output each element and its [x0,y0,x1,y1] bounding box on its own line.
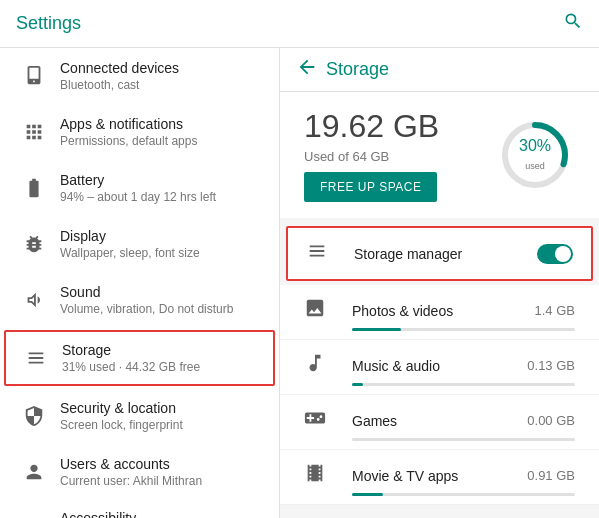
storage-used-gb: 19.62 GB [304,108,439,145]
battery-text: Battery 94% – about 1 day 12 hrs left [52,172,263,204]
apps-notifications-text: Apps & notifications Permissions, defaul… [52,116,263,148]
display-icon [16,233,52,255]
storage-manager-row[interactable]: Storage manager [286,226,593,281]
users-accounts-text: Users & accounts Current user: Akhil Mit… [52,456,263,488]
music-audio-row[interactable]: Music & audio 0.13 GB [280,340,599,395]
storage-circle: 30% used [495,115,575,195]
header-icons [563,11,583,36]
sidebar-item-users-accounts[interactable]: Users & accounts Current user: Akhil Mit… [0,444,279,500]
storage-panel-title: Storage [326,59,389,80]
photos-videos-label: Photos & videos [336,303,535,319]
connected-devices-text: Connected devices Bluetooth, cast [52,60,263,92]
sidebar-item-connected-devices[interactable]: Connected devices Bluetooth, cast [0,48,279,104]
storage-text: Storage 31% used · 44.32 GB free [54,342,261,374]
sidebar-item-storage[interactable]: Storage 31% used · 44.32 GB free [4,330,275,386]
settings-list: Connected devices Bluetooth, cast Apps &… [0,48,280,518]
movie-tv-size: 0.91 GB [527,468,575,483]
app-title: Settings [16,13,563,34]
storage-manager-inner: Storage manager [288,228,591,279]
sidebar-item-sound[interactable]: Sound Volume, vibration, Do not disturb [0,272,279,328]
games-row[interactable]: Games 0.00 GB [280,395,599,450]
music-audio-size: 0.13 GB [527,358,575,373]
accessibility-text: Accessibility Screen readers, display, i… [52,510,263,518]
security-text: Security & location Screen lock, fingerp… [52,400,263,432]
games-icon [304,407,336,434]
free-up-space-button[interactable]: FREE UP SPACE [304,172,437,202]
display-text: Display Wallpaper, sleep, font size [52,228,263,260]
movie-tv-bar [280,493,599,505]
music-audio-label: Music & audio [336,358,527,374]
users-icon [16,461,52,483]
connected-devices-icon [16,65,52,87]
app-header: Settings [0,0,599,48]
storage-manager-icon [306,240,338,267]
security-icon [16,405,52,427]
music-audio-bar [280,383,599,395]
storage-manager-toggle[interactable] [537,244,573,264]
movie-tv-icon [304,462,336,489]
photos-videos-icon [304,297,336,324]
back-icon[interactable] [296,56,318,83]
games-bar [280,438,599,450]
sidebar-item-apps-notifications[interactable]: Apps & notifications Permissions, defaul… [0,104,279,160]
storage-used-of: Used of 64 GB [304,149,439,164]
movie-tv-row[interactable]: Movie & TV apps 0.91 GB [280,450,599,505]
photos-videos-bar [280,328,599,340]
games-label: Games [336,413,527,429]
storage-panel-header: Storage [280,48,599,92]
storage-manager-label: Storage manager [338,246,537,262]
sidebar-item-display[interactable]: Display Wallpaper, sleep, font size [0,216,279,272]
photos-videos-size: 1.4 GB [535,303,575,318]
sound-text: Sound Volume, vibration, Do not disturb [52,284,263,316]
music-audio-icon [304,352,336,379]
search-icon[interactable] [563,11,583,36]
sidebar-item-security[interactable]: Security & location Screen lock, fingerp… [0,388,279,444]
movie-tv-label: Movie & TV apps [336,468,527,484]
games-size: 0.00 GB [527,413,575,428]
storage-panel: Storage 19.62 GB Used of 64 GB FREE UP S… [280,48,599,518]
sidebar-item-accessibility[interactable]: Accessibility Screen readers, display, i… [0,500,279,518]
sidebar-item-battery[interactable]: Battery 94% – about 1 day 12 hrs left [0,160,279,216]
sound-icon [16,289,52,311]
battery-icon [16,177,52,199]
storage-info: 19.62 GB Used of 64 GB FREE UP SPACE [304,108,439,202]
storage-summary: 19.62 GB Used of 64 GB FREE UP SPACE 30%… [280,92,599,218]
photos-videos-row[interactable]: Photos & videos 1.4 GB [280,285,599,340]
storage-percent-label: 30% used [519,137,551,173]
apps-icon [16,121,52,143]
main-layout: Connected devices Bluetooth, cast Apps &… [0,48,599,518]
storage-icon [18,347,54,369]
